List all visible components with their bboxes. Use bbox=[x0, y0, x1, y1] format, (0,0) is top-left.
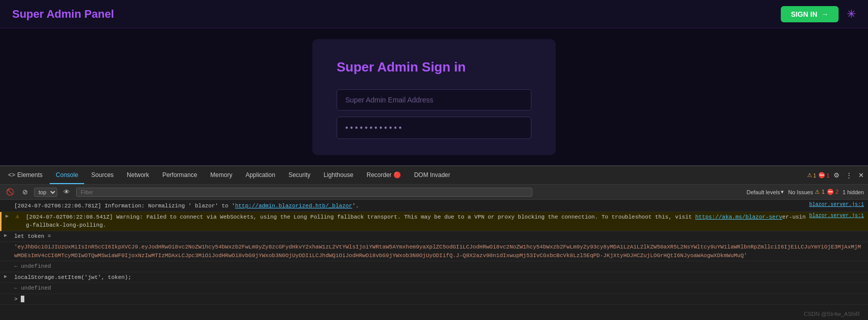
console-filter-input[interactable] bbox=[76, 188, 532, 197]
devtools-toolbar: 🚫 ⊘ top 👁 Default levels ▾ No Issues ⚠ 1… bbox=[0, 185, 868, 200]
console-row-token-value: 'eyJhbGciOiJIUzUxMiIsInR5cCI6IkpXVCJ9.ey… bbox=[0, 242, 868, 261]
tab-performance[interactable]: Performance bbox=[156, 166, 203, 184]
console-text: ← undefined bbox=[14, 262, 864, 271]
devtools-panel: <> Elements Console Sources Network Perf… bbox=[0, 165, 868, 320]
cursor bbox=[21, 296, 24, 302]
default-levels-button[interactable]: Default levels ▾ bbox=[746, 189, 784, 195]
console-source-2[interactable]: blazor.server.js:1 bbox=[809, 213, 864, 219]
login-card: Super Admin Sign in bbox=[312, 39, 556, 155]
console-row-warn-1: ▶ ⚠ [2024-07-02T06:22:08.541Z] Warning: … bbox=[0, 212, 868, 231]
settings-icon-button[interactable]: ⚙ bbox=[831, 170, 842, 180]
tab-memory[interactable]: Memory bbox=[204, 166, 238, 184]
blazor-link-2[interactable]: https://aka.ms/blazor-serv bbox=[695, 214, 782, 220]
tab-lighthouse[interactable]: Lighthouse bbox=[317, 166, 359, 184]
main-content: Super Admin Sign in bbox=[0, 28, 868, 165]
console-text: let token = bbox=[14, 232, 864, 241]
console-text: ← undefined bbox=[14, 284, 864, 293]
app-title: Super Admin Panel bbox=[12, 8, 114, 21]
more-options-button[interactable]: ⋮ bbox=[844, 170, 854, 180]
console-row-token-decl: ▶ let token = bbox=[0, 231, 868, 242]
expand-icon[interactable]: ▶ bbox=[4, 232, 11, 238]
top-bar: Super Admin Panel SIGN IN → ✳ bbox=[0, 0, 868, 28]
hidden-items-button[interactable]: 1 hidden bbox=[843, 189, 864, 195]
sign-in-label: SIGN IN bbox=[791, 10, 817, 18]
warning-badge: ⚠ 1 bbox=[807, 172, 816, 179]
frame-select[interactable]: top bbox=[34, 188, 57, 197]
devtools-tabs: <> Elements Console Sources Network Perf… bbox=[0, 166, 868, 185]
console-text: > bbox=[14, 295, 864, 304]
tab-security[interactable]: Security bbox=[282, 166, 316, 184]
tab-console[interactable]: Console bbox=[50, 166, 84, 184]
console-text: [2024-07-02T06:22:08.541Z] Warning: Fail… bbox=[26, 213, 806, 230]
filter-toggle-button[interactable]: ⊘ bbox=[20, 187, 30, 197]
console-text: 'eyJhbGciOiJIUzUxMiIsInR5cCI6IkpXVCJ9.ey… bbox=[14, 243, 864, 260]
console-row-prompt[interactable]: > bbox=[0, 294, 868, 305]
eye-icon-button[interactable]: 👁 bbox=[61, 187, 72, 197]
theme-toggle-button[interactable]: ✳ bbox=[847, 8, 856, 21]
error-badge: ⛔ 1 bbox=[818, 172, 829, 179]
tab-network[interactable]: Network bbox=[121, 166, 155, 184]
no-issues-label: No Issues ⚠ 1 ⛔ 2 bbox=[788, 189, 838, 195]
close-devtools-button[interactable]: ✕ bbox=[856, 170, 866, 180]
console-source-1[interactable]: blazor.server.js:1 bbox=[809, 202, 864, 207]
devtools-console: [2024-07-02T06:22:06.781Z] Information: … bbox=[0, 200, 868, 320]
console-text: [2024-07-02T06:22:06.781Z] Information: … bbox=[14, 202, 806, 210]
tab-elements[interactable]: <> Elements bbox=[2, 166, 49, 184]
warn-icon: ⚠ bbox=[16, 213, 23, 220]
tab-application[interactable]: Application bbox=[239, 166, 281, 184]
top-bar-right: SIGN IN → ✳ bbox=[781, 6, 856, 22]
blazor-link-1[interactable]: http://admin.blazorized.htb/_blazor bbox=[235, 203, 352, 209]
devtools-tab-icons: ⚠ 1 ⛔ 1 ⚙ ⋮ ✕ bbox=[807, 170, 866, 180]
clear-console-button[interactable]: 🚫 bbox=[4, 187, 16, 197]
expand-icon[interactable]: ▶ bbox=[6, 213, 13, 219]
email-input[interactable] bbox=[337, 89, 531, 111]
password-input[interactable] bbox=[337, 117, 531, 139]
tab-dom-invader[interactable]: DOM Invader bbox=[408, 166, 456, 184]
login-title: Super Admin Sign in bbox=[337, 59, 466, 75]
tab-sources[interactable]: Sources bbox=[85, 166, 120, 184]
sign-in-button[interactable]: SIGN IN → bbox=[781, 6, 839, 22]
console-row-undefined-1: ← undefined bbox=[0, 261, 868, 272]
console-row-info-1: [2024-07-02T06:22:06.781Z] Information: … bbox=[0, 201, 868, 212]
tab-elements-icon: <> bbox=[8, 171, 15, 179]
console-row-undefined-2: ← undefined bbox=[0, 283, 868, 294]
console-text: localStorage.setItem('jwt', token); bbox=[14, 273, 864, 282]
sign-in-arrow: → bbox=[821, 10, 828, 18]
console-row-localstorage: ▶ localStorage.setItem('jwt', token); bbox=[0, 272, 868, 283]
watermark: CSDN @Str4w_AShiR bbox=[804, 311, 860, 317]
tab-recorder[interactable]: Recorder 🔴 bbox=[360, 166, 407, 184]
expand-icon[interactable]: ▶ bbox=[4, 273, 11, 279]
